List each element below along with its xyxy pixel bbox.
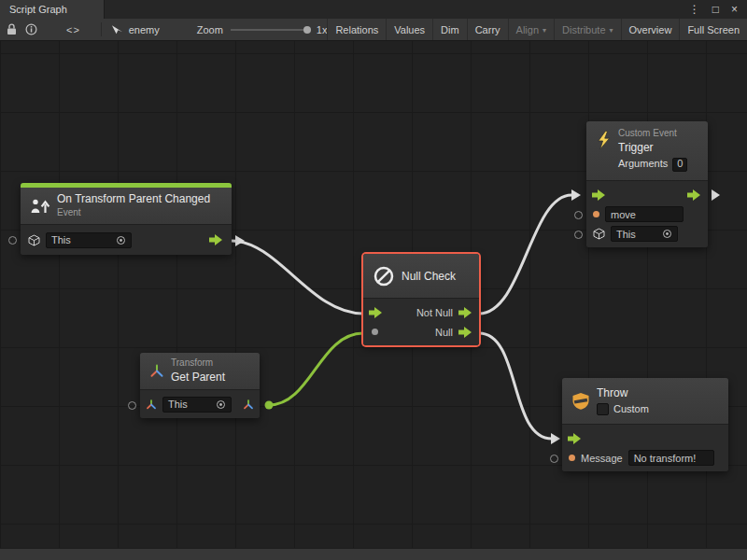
align-button[interactable]: Align▾ xyxy=(508,19,554,40)
node-get-parent[interactable]: Transform Get Parent This xyxy=(140,353,260,418)
value-input-port[interactable] xyxy=(593,211,599,217)
tab-title: Script Graph xyxy=(9,4,67,15)
wire-null-to-throw[interactable] xyxy=(479,333,552,439)
wire-event-to-nullcheck[interactable] xyxy=(232,241,363,314)
zoom-value: 1x xyxy=(317,24,328,35)
wire-getparent-to-nullcheck[interactable] xyxy=(269,333,363,405)
window-tab-bar: Script Graph ⋮ □ × xyxy=(0,0,747,19)
fullscreen-button[interactable]: Full Screen xyxy=(679,19,747,40)
wire-direction-marker xyxy=(235,235,245,246)
arguments-label: Arguments xyxy=(618,158,668,171)
wire-notnull-to-trigger[interactable] xyxy=(479,195,571,314)
null-label: Null xyxy=(435,327,453,338)
unconnected-flow-marker[interactable] xyxy=(712,189,720,201)
zoom-slider[interactable] xyxy=(231,29,309,31)
node-header[interactable]: Transform Get Parent xyxy=(140,353,260,390)
dim-button[interactable]: Dim xyxy=(432,19,467,40)
node-title: On Transform Parent Changed xyxy=(57,192,210,206)
flow-port-row xyxy=(586,185,708,204)
relations-button[interactable]: Relations xyxy=(327,19,386,40)
event-name-field[interactable]: move xyxy=(605,206,684,222)
this-value: This xyxy=(616,229,636,240)
parent-output-port[interactable] xyxy=(243,399,254,410)
value-input-port[interactable] xyxy=(550,455,558,463)
tab-script-graph[interactable]: Script Graph xyxy=(0,0,105,19)
this-target-dropdown[interactable]: This xyxy=(46,232,132,248)
this-value: This xyxy=(168,399,188,410)
lock-button[interactable] xyxy=(5,21,20,39)
graph-toolbar: <> enemy Zoom 1x Relations Values Dim Ca… xyxy=(0,19,747,41)
window-controls: ⋮ □ × xyxy=(689,0,747,19)
node-header[interactable]: Throw Custom xyxy=(562,378,728,425)
wire-direction-marker xyxy=(571,189,581,201)
this-value: This xyxy=(51,234,71,245)
value-input-port[interactable] xyxy=(372,329,378,335)
chevron-down-icon: ▾ xyxy=(610,27,613,35)
target-picker-icon[interactable] xyxy=(116,235,126,245)
throw-error-icon xyxy=(571,392,590,411)
zoom-label: Zoom xyxy=(197,24,223,35)
flow-input-port[interactable] xyxy=(592,189,607,201)
flow-port-row xyxy=(562,428,728,448)
this-target-dropdown[interactable]: This xyxy=(162,397,232,413)
values-button[interactable]: Values xyxy=(386,19,432,40)
node-title: Throw xyxy=(597,386,649,400)
node-category: Transform xyxy=(171,357,225,370)
node-header[interactable]: On Transform Parent Changed Event xyxy=(21,188,232,225)
target-picker-icon[interactable] xyxy=(216,399,226,410)
custom-checkbox[interactable] xyxy=(597,403,609,415)
menu-icon[interactable]: ⋮ xyxy=(689,0,700,19)
node-header[interactable]: Custom Event Trigger Arguments 0 xyxy=(586,121,708,181)
transform-axis-icon xyxy=(149,364,164,378)
flow-input-port[interactable] xyxy=(568,433,583,444)
node-throw[interactable]: Throw Custom Message No transform! xyxy=(562,378,728,471)
gameobject-cube-icon xyxy=(593,228,605,240)
carry-button[interactable]: Carry xyxy=(467,19,508,40)
value-input-port[interactable] xyxy=(569,455,575,461)
message-port-row: Message No transform! xyxy=(562,448,728,468)
node-title: Trigger xyxy=(618,141,687,155)
graph-reference[interactable]: enemy xyxy=(111,24,160,35)
flow-input-port[interactable] xyxy=(369,307,384,318)
message-field[interactable]: No transform! xyxy=(628,450,714,466)
node-trigger-custom-event[interactable]: Custom Event Trigger Arguments 0 xyxy=(586,121,708,247)
info-button[interactable] xyxy=(24,21,39,39)
zoom-control: Zoom 1x xyxy=(197,24,328,35)
value-input-port[interactable] xyxy=(128,401,136,410)
node-header[interactable]: Null Check xyxy=(363,254,479,299)
code-view-button[interactable]: <> xyxy=(61,24,86,35)
value-wire-endpoint xyxy=(265,401,274,410)
node-null-check[interactable]: Null Check Not Null Null xyxy=(363,254,479,345)
maximize-icon[interactable]: □ xyxy=(712,0,719,19)
message-label: Message xyxy=(581,453,623,464)
not-null-label: Not Null xyxy=(416,307,453,318)
target-picker-icon[interactable] xyxy=(662,229,672,239)
custom-event-bolt-icon xyxy=(596,131,612,150)
node-on-transform-parent-changed[interactable]: On Transform Parent Changed Event This xyxy=(21,183,232,255)
this-target-dropdown[interactable]: This xyxy=(611,226,678,242)
gameobject-cube-icon xyxy=(28,234,40,246)
this-port-row: This xyxy=(586,224,708,244)
script-graph-icon xyxy=(111,24,123,35)
flow-output-port[interactable] xyxy=(687,189,702,201)
value-input-port[interactable] xyxy=(574,211,583,219)
transform-value-icon xyxy=(146,399,157,410)
distribute-button[interactable]: Distribute▾ xyxy=(554,19,620,40)
value-input-port[interactable] xyxy=(8,236,17,245)
bottom-bar xyxy=(0,548,747,560)
not-null-output-port[interactable] xyxy=(458,307,473,318)
close-icon[interactable]: × xyxy=(731,0,738,19)
null-output-port[interactable] xyxy=(458,327,473,338)
flow-output-port[interactable] xyxy=(209,234,224,245)
arguments-field[interactable]: 0 xyxy=(672,158,687,172)
graph-canvas[interactable]: On Transform Parent Changed Event This xyxy=(0,41,747,548)
this-port-row: This xyxy=(21,230,232,250)
graph-name: enemy xyxy=(129,24,160,35)
overview-button[interactable]: Overview xyxy=(621,19,680,40)
event-name-row: move xyxy=(586,204,708,224)
zoom-slider-handle[interactable] xyxy=(303,26,311,34)
value-input-port[interactable] xyxy=(574,231,583,239)
wire-direction-marker xyxy=(551,433,560,444)
node-category: Custom Event xyxy=(618,128,687,140)
null-check-icon xyxy=(373,265,395,287)
